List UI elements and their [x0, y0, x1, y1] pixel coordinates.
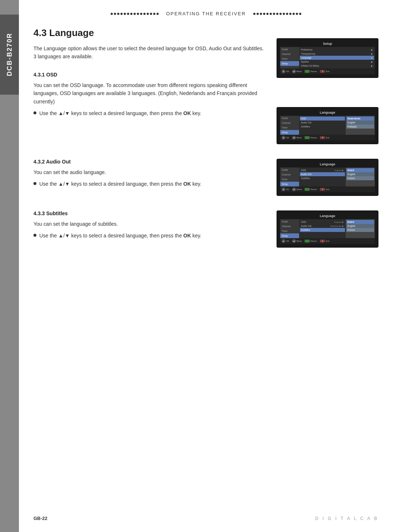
ok-label2: OK [286, 137, 289, 139]
return-label2: Return [310, 137, 317, 139]
lang-options-column: Nederlands English Français [346, 116, 375, 135]
footer-move2: ▲▼ Move [292, 136, 302, 139]
subsection-desc-4-3-1: You can set the OSD language. To accommo… [33, 81, 266, 106]
audio-footer: ● OK ▲▼ Move ← Return X Exit [280, 186, 375, 192]
subsection-heading-4-3-1: 4.3.1 OSD [33, 72, 266, 78]
move-icon3: ▲▼ [292, 188, 296, 191]
sub-osd-item: OSDEnglish ▶ [300, 220, 345, 224]
exit-icon: X [320, 70, 325, 73]
dot [140, 13, 142, 15]
lang-right-content: OSD Audio Out Subtitles [299, 116, 346, 135]
bullet-item-4-3-1: Use the ▲/▼ keys to select a desired lan… [33, 109, 266, 117]
main-content: OPERATING THE RECEIVER 4.3 Language The … [19, 0, 393, 532]
lang-nav-channel: Channel [280, 121, 299, 125]
footer-return4: ← Return [305, 240, 317, 243]
dot [263, 13, 265, 15]
move-label: Move [297, 70, 302, 72]
sub-nav-guide: Guide [280, 219, 299, 224]
dot [296, 13, 298, 15]
bullet-dot-3 [33, 234, 36, 237]
lang-left-nav: Guide Channel Timer Setup [280, 116, 299, 135]
return-icon3: ← [305, 188, 310, 191]
footer-move4: ▲▼ Move [292, 239, 302, 243]
dot [111, 13, 113, 15]
bullet-item-4-3-2: Use the ▲/▼ keys to select a desired lan… [33, 180, 266, 188]
ok-icon3: ● [282, 188, 285, 191]
language-osd-screen: Language Guide Channel Timer Setup OSD A… [277, 107, 378, 144]
audio-french: French [346, 176, 374, 180]
audio-lang-column: Dutch English French [346, 168, 375, 186]
exit-label4: Exit [326, 240, 329, 242]
dot [279, 13, 282, 15]
subtitles-screen-wrapper: Language Guide Channel Timer Setup OSDEn… [277, 210, 378, 248]
ok-label4: OK [286, 240, 289, 242]
lang-nederland: Nederlands [346, 117, 374, 121]
section-4-3: 4.3 Language The Language option allows … [33, 27, 378, 144]
move-label2: Move [297, 137, 302, 139]
footer-return2: ← Return [305, 136, 317, 139]
menu-indata: InData CA Status [300, 64, 374, 68]
nav-setup: Setup [280, 61, 299, 66]
screen-footer: ● OK ▲▼ Move ← Return X Exit [280, 68, 375, 74]
footer-ok3: ● OK [282, 188, 289, 191]
ok-bold-2: OK [183, 181, 191, 187]
move-icon4: ▲▼ [292, 239, 296, 243]
lang-sub-row: Guide Channel Timer Setup OSDEnglish ▶ A… [280, 219, 375, 238]
lang-osd-item: OSD [300, 117, 345, 121]
sub-footer: ● OK ▲▼ Move ← Return X Exit [280, 238, 375, 244]
screen-title-bar: Setup [280, 42, 375, 46]
header-dots-left [111, 13, 159, 15]
footer-ok4: ● OK [282, 239, 289, 243]
section-desc: The Language option allows the user to s… [33, 44, 266, 61]
move-icon2: ▲▼ [292, 136, 296, 139]
bullet-text-4-3-3: Use the ▲/▼ keys to select a desired lan… [39, 232, 201, 240]
dot [293, 13, 295, 15]
header-dots-right [253, 13, 301, 15]
audio-nav-timer: Timer [280, 177, 299, 182]
dot [127, 13, 129, 15]
sub-nav-channel: Channel [280, 224, 299, 229]
setup-screen-mockup: Setup Guide Channel Timer Setup Preferen… [277, 38, 378, 78]
dot [299, 13, 301, 15]
screen-right-content: Preference Transparency Language System [299, 47, 375, 68]
sub-dutch: Dutch [346, 220, 374, 224]
ok-button-icon: ● [282, 70, 285, 73]
lang-english: English [346, 121, 374, 125]
move-label3: Move [297, 188, 302, 190]
section-heading: 4.3 Language [33, 27, 266, 39]
dot [124, 13, 126, 15]
footer-return3: ← Return [305, 188, 317, 191]
audio-nav-setup: Setup [280, 182, 299, 186]
lang-subtitles-item: Subtitles [300, 125, 345, 129]
sub-english: English [346, 224, 374, 228]
language-subtitles-screen: Language Guide Channel Timer Setup OSDEn… [277, 210, 378, 248]
dot [134, 13, 136, 15]
dot [283, 13, 285, 15]
dot [253, 13, 255, 15]
dot [150, 13, 152, 15]
audio-english: English [346, 172, 374, 176]
footer-ok: ● OK [282, 70, 289, 73]
sub-lang-column: Dutch English French [346, 219, 375, 238]
subsection-desc-4-3-2: You can set the audio language. [33, 168, 266, 176]
sub-audioout-item: Audio OutNederlands ▶ [300, 224, 345, 228]
dot [260, 13, 262, 15]
ok-bold-3: OK [183, 233, 191, 239]
brand-text: D I G I T A L C A B [315, 516, 378, 521]
lang-nav-guide: Guide [280, 116, 299, 121]
return-label4: Return [310, 240, 317, 242]
page-header: OPERATING THE RECEIVER [33, 0, 378, 24]
lang-osd-row: Guide Channel Timer Setup OSD Audio Out [280, 116, 375, 135]
subsection-heading-4-3-2: 4.3.2 Audio Out [33, 159, 266, 165]
footer-exit: X Exit [320, 70, 329, 73]
footer-exit3: X Exit [320, 188, 329, 191]
screen-left-nav: Guide Channel Timer Setup [280, 47, 299, 68]
ok-label3: OK [286, 188, 289, 190]
audio-out-screen-wrapper: Language Guide Channel Timer Setup OSDEn… [277, 159, 378, 196]
bullet-item-4-3-3: Use the ▲/▼ keys to select a desired lan… [33, 232, 266, 240]
ok-label: OK [286, 70, 289, 72]
return-label3: Return [310, 188, 317, 190]
nav-channel: Channel [280, 52, 299, 56]
footer-exit2: X Exit [320, 136, 329, 139]
dot [276, 13, 278, 15]
